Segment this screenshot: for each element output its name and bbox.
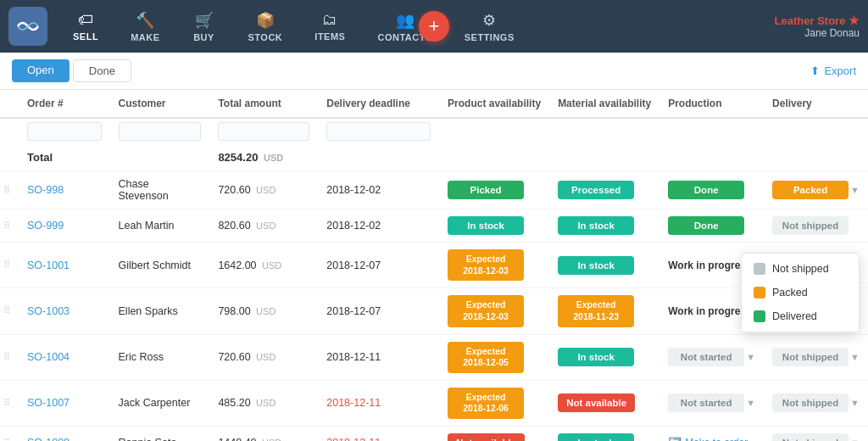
filter-customer[interactable] bbox=[119, 122, 202, 141]
customer-name: Gilbert Schmidt bbox=[110, 243, 210, 288]
order-number[interactable]: SO-999 bbox=[19, 209, 110, 243]
order-number[interactable]: SO-1004 bbox=[19, 334, 110, 380]
dropdown-item-delivered[interactable]: Delivered bbox=[742, 304, 859, 328]
order-number[interactable]: SO-998 bbox=[19, 171, 110, 209]
tab-group: Open Done bbox=[12, 59, 131, 82]
tab-done[interactable]: Done bbox=[73, 59, 131, 82]
export-label: Export bbox=[824, 64, 856, 77]
star-icon: ★ bbox=[849, 14, 860, 27]
drag-handle[interactable]: ⠿ bbox=[0, 334, 19, 380]
delivery-status[interactable]: Not shipped ▼ bbox=[764, 380, 868, 426]
nav-item-buy[interactable]: 🛒 BUY bbox=[179, 6, 230, 47]
customer-name: Eric Ross bbox=[110, 334, 210, 380]
amount: 485.20 USD bbox=[209, 380, 318, 426]
customer-name: Chase Stevenson bbox=[110, 171, 210, 209]
nav-item-stock[interactable]: 📦 STOCK bbox=[235, 6, 297, 47]
total-amount: 8254.20 USD bbox=[218, 151, 283, 164]
make-icon: 🔨 bbox=[136, 11, 154, 30]
material-availability: Not available bbox=[549, 380, 659, 426]
delivery-caret-0[interactable]: ▼ bbox=[850, 185, 860, 195]
nav-item-items[interactable]: 🗂 ITEMS bbox=[301, 6, 359, 47]
order-number[interactable]: SO-1003 bbox=[19, 288, 110, 334]
delivery-status[interactable]: Packed ▼ bbox=[764, 171, 868, 209]
amount: 720.60 USD bbox=[209, 171, 318, 209]
stock-icon: 📦 bbox=[256, 11, 275, 30]
nav-item-sell[interactable]: 🏷 SELL bbox=[59, 6, 112, 47]
dropdown-label-packed: Packed bbox=[772, 287, 808, 299]
delivery-status[interactable]: Not shipped ▼ bbox=[764, 427, 868, 441]
nav-item-make[interactable]: 🔨 MAKE bbox=[117, 6, 173, 47]
production-status: Done bbox=[659, 171, 764, 209]
production-status: 🔄Make to order bbox=[659, 427, 764, 441]
product-availability: Expected 2018-12-03 bbox=[439, 288, 549, 334]
filter-total[interactable] bbox=[218, 122, 309, 141]
drag-handle[interactable]: ⠿ bbox=[0, 288, 19, 334]
table-row: ⠿ SO-1008 Ronnie Soto 1448.40 USD 2018-1… bbox=[0, 427, 868, 441]
col-order: Order # bbox=[19, 90, 110, 118]
product-availability: Expected 2018-12-03 bbox=[439, 243, 549, 288]
table-row: ⠿ SO-1001 Gilbert Schmidt 1642.00 USD 20… bbox=[0, 243, 868, 288]
production-status: Done bbox=[659, 209, 764, 243]
export-button[interactable]: ⬆ Export bbox=[810, 64, 856, 77]
dropdown-item-not-shipped[interactable]: Not shipped bbox=[742, 257, 859, 281]
product-availability: In stock bbox=[439, 209, 549, 243]
customer-name: Jack Carpenter bbox=[110, 380, 210, 426]
items-icon: 🗂 bbox=[322, 11, 337, 29]
material-availability: In stock bbox=[549, 209, 659, 243]
table-body: Total 8254.20 USD ⠿ SO-998 Chase Stevens… bbox=[0, 144, 868, 441]
drag-handle[interactable]: ⠿ bbox=[0, 243, 19, 288]
plus-button-wrapper: + bbox=[419, 11, 449, 42]
material-availability: Expected 2018-11-23 bbox=[549, 288, 659, 334]
product-availability: Expected 2018-12-06 bbox=[439, 380, 549, 426]
dot-not-shipped bbox=[754, 263, 765, 275]
col-product: Product availability bbox=[439, 90, 549, 118]
production-status[interactable]: Not started ▼ bbox=[659, 334, 764, 380]
product-availability: Picked bbox=[439, 171, 549, 209]
nav-label-sell: SELL bbox=[73, 31, 98, 42]
table-row: ⠿ SO-998 Chase Stevenson 720.60 USD 2018… bbox=[0, 171, 868, 209]
customer-name: Ronnie Soto bbox=[110, 427, 210, 441]
drag-handle[interactable]: ⠿ bbox=[0, 209, 19, 243]
product-availability: Expected 2018-12-05 bbox=[439, 334, 549, 380]
delivery-caret-4[interactable]: ▼ bbox=[850, 352, 860, 362]
order-number[interactable]: SO-1007 bbox=[19, 380, 110, 426]
drag-handle[interactable]: ⠿ bbox=[0, 171, 19, 209]
top-nav: 🏷 SELL 🔨 MAKE 🛒 BUY 📦 STOCK 🗂 ITEMS 👥 CO… bbox=[0, 0, 868, 53]
nav-label-buy: BUY bbox=[193, 32, 214, 42]
contacts-icon: 👥 bbox=[396, 11, 415, 30]
store-name: Leather Store ★ bbox=[775, 14, 860, 27]
drag-handle[interactable]: ⠿ bbox=[0, 427, 19, 441]
table-container: Order # Customer Total amount Delivery d… bbox=[0, 90, 868, 441]
store-info: Leather Store ★ Jane Donau bbox=[775, 14, 860, 39]
production-caret-5[interactable]: ▼ bbox=[746, 398, 755, 408]
store-user: Jane Donau bbox=[804, 27, 860, 39]
order-number[interactable]: SO-1001 bbox=[19, 243, 110, 288]
order-number[interactable]: SO-1008 bbox=[19, 427, 110, 441]
tab-open[interactable]: Open bbox=[12, 59, 70, 82]
logo[interactable] bbox=[8, 7, 47, 46]
filter-deadline[interactable] bbox=[326, 122, 431, 141]
production-caret-4[interactable]: ▼ bbox=[746, 352, 755, 362]
amount: 1448.40 USD bbox=[209, 427, 318, 441]
add-button[interactable]: + bbox=[419, 11, 449, 42]
dot-delivered bbox=[754, 310, 765, 322]
delivery-status[interactable]: Not shipped ▼ bbox=[764, 334, 868, 380]
customer-name: Ellen Sparks bbox=[110, 288, 210, 334]
deadline: 2018-12-11 bbox=[318, 380, 439, 426]
nav-item-settings[interactable]: ⚙ SETTINGS bbox=[451, 6, 528, 47]
deadline: 2018-12-02 bbox=[318, 209, 439, 243]
deadline: 2018-12-11 bbox=[318, 427, 439, 441]
col-deadline: Delivery deadline bbox=[318, 90, 439, 118]
delivery-caret-6[interactable]: ▼ bbox=[850, 438, 860, 441]
filter-order[interactable] bbox=[27, 122, 102, 141]
production-status[interactable]: Not started ▼ bbox=[659, 380, 764, 426]
material-availability: In stock bbox=[549, 243, 659, 288]
nav-label-make: MAKE bbox=[131, 32, 159, 42]
nav-label-settings: SETTINGS bbox=[465, 32, 515, 42]
drag-handle[interactable]: ⠿ bbox=[0, 380, 19, 426]
product-availability: Not available bbox=[439, 427, 549, 441]
delivery-caret-5[interactable]: ▼ bbox=[850, 398, 860, 408]
dropdown-item-packed[interactable]: Packed bbox=[742, 281, 859, 304]
col-customer: Customer bbox=[110, 90, 210, 118]
dropdown-label-not-shipped: Not shipped bbox=[772, 263, 829, 275]
